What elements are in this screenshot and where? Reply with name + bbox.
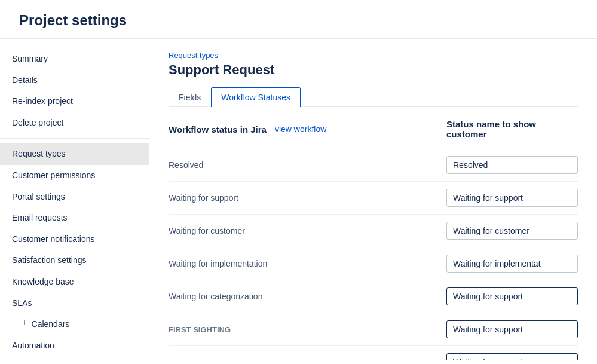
table-row: Waiting for customer xyxy=(169,215,578,247)
sidebar-item-delete[interactable]: Delete project xyxy=(0,112,149,134)
sidebar-item-details[interactable]: Details xyxy=(0,70,149,91)
table-row: ADD WATCHERS xyxy=(169,346,578,360)
table-row: Waiting for categorization xyxy=(169,280,578,313)
status-input-wrap-5 xyxy=(446,320,578,338)
jira-status-2: Waiting for customer xyxy=(169,226,446,235)
breadcrumb[interactable]: Request types xyxy=(169,51,578,60)
table-row: Waiting for implementation xyxy=(169,247,578,280)
tab-fields[interactable]: Fields xyxy=(169,87,211,107)
tabs: FieldsWorkflow Statuses xyxy=(169,87,578,107)
jira-status-6: ADD WATCHERS xyxy=(169,358,446,360)
tab-workflow-statuses[interactable]: Workflow Statuses xyxy=(211,87,301,107)
sidebar-divider xyxy=(0,138,149,139)
jira-status-4: Waiting for categorization xyxy=(169,292,446,301)
status-input-2[interactable] xyxy=(446,222,578,240)
status-input-0[interactable] xyxy=(446,156,578,174)
workflow-header-title: Workflow status in Jira xyxy=(169,124,267,134)
status-col-header: Status name to show customer xyxy=(446,119,536,139)
main-content: Request types Support Request FieldsWork… xyxy=(149,39,597,360)
sidebar-item-automation[interactable]: Automation xyxy=(0,335,149,357)
status-input-3[interactable] xyxy=(446,255,578,273)
status-input-wrap-6 xyxy=(446,353,578,360)
view-workflow-link[interactable]: view workflow xyxy=(275,124,326,134)
status-input-wrap-1 xyxy=(446,189,578,207)
sidebar-item-portal-settings[interactable]: Portal settings xyxy=(0,186,149,208)
layout: SummaryDetailsRe-index projectDelete pro… xyxy=(0,39,597,360)
jira-status-1: Waiting for support xyxy=(169,193,446,203)
sidebar-item-slas[interactable]: SLAs xyxy=(0,293,149,314)
workflow-rows: ResolvedWaiting for supportWaiting for c… xyxy=(169,149,578,360)
table-row: Resolved xyxy=(169,149,578,182)
status-input-4[interactable] xyxy=(446,287,578,305)
jira-status-0: Resolved xyxy=(169,160,446,170)
main-title: Support Request xyxy=(169,62,578,78)
sidebar-item-customer-permissions[interactable]: Customer permissions xyxy=(0,165,149,186)
status-input-6[interactable] xyxy=(446,353,578,360)
sidebar-item-knowledge-base[interactable]: Knowledge base xyxy=(0,271,149,293)
status-input-wrap-4 xyxy=(446,287,578,305)
sidebar-item-customer-notifications[interactable]: Customer notifications xyxy=(0,229,149,250)
status-input-wrap-3 xyxy=(446,255,578,273)
status-input-wrap-0 xyxy=(446,156,578,174)
table-row: FIRST SIGHTING xyxy=(169,313,578,346)
sidebar: SummaryDetailsRe-index projectDelete pro… xyxy=(0,39,149,360)
workflow-table: Workflow status in Jira view workflow St… xyxy=(169,119,578,360)
jira-status-3: Waiting for implementation xyxy=(169,259,446,268)
status-input-5[interactable] xyxy=(446,320,578,338)
jira-status-5: FIRST SIGHTING xyxy=(169,325,446,334)
sidebar-item-email-requests[interactable]: Email requests xyxy=(0,207,149,229)
sidebar-item-satisfaction-settings[interactable]: Satisfaction settings xyxy=(0,250,149,271)
sidebar-item-reindex[interactable]: Re-index project xyxy=(0,91,149,112)
sidebar-item-summary[interactable]: Summary xyxy=(0,48,149,70)
table-row: Waiting for support xyxy=(169,182,578,215)
page-title: Project settings xyxy=(19,12,578,29)
sidebar-item-calendars[interactable]: Calendars xyxy=(0,314,149,335)
sidebar-item-request-types[interactable]: Request types xyxy=(0,143,149,165)
page-header: Project settings xyxy=(0,0,597,39)
status-input-wrap-2 xyxy=(446,222,578,240)
status-input-1[interactable] xyxy=(446,189,578,207)
